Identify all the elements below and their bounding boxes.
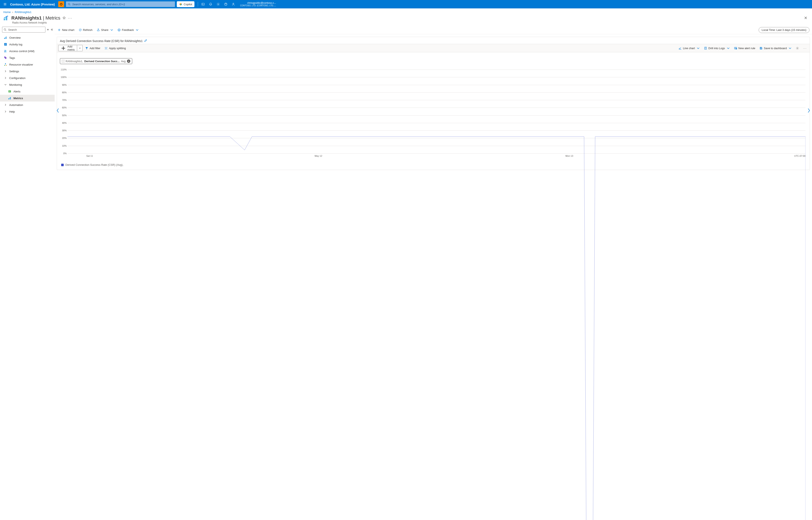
edit-title-icon[interactable] [144, 39, 147, 43]
add-metric-dropdown[interactable] [77, 45, 83, 51]
portal-brand[interactable]: Contoso, Ltd. Azure (Preview) [10, 2, 56, 6]
svg-rect-37 [9, 92, 10, 92]
tags-icon [4, 56, 7, 59]
svg-point-50 [105, 49, 106, 49]
chart-scroll-left-icon[interactable] [55, 105, 60, 115]
nav-activity-log[interactable]: Activity log [0, 41, 55, 48]
nav-help[interactable]: Help [0, 108, 55, 115]
nav-configuration[interactable]: Configuration [0, 75, 55, 81]
chevron-right-icon [4, 70, 7, 73]
svg-point-8 [180, 3, 181, 4]
nav-metrics[interactable]: Metrics [0, 95, 55, 102]
svg-rect-57 [761, 48, 762, 49]
nav-search-input[interactable] [2, 27, 45, 32]
svg-rect-10 [202, 3, 204, 5]
breadcrumb-current[interactable]: RANInsights1 [15, 10, 31, 14]
favorite-icon[interactable] [62, 16, 66, 20]
left-nav: Overview Activity log Access control (IA… [0, 26, 55, 520]
drill-logs-label: Drill into Logs [708, 47, 725, 50]
metric-pill-row: ⎍ RANInsights1, Derived Connection Succ.… [57, 52, 810, 66]
feedback-button[interactable]: Feedback [116, 27, 141, 33]
svg-point-51 [107, 49, 107, 49]
svg-rect-22 [4, 38, 5, 39]
share-button[interactable]: Share [95, 27, 115, 33]
user-tenant: CONTOSO, LTD. (CONTOSO, LTD..... [240, 4, 276, 7]
settings-icon[interactable] [215, 1, 222, 7]
page-subtitle: Radio Access Network Insights [0, 21, 804, 24]
nav-iam[interactable]: Access control (IAM) [0, 48, 55, 54]
preview-icon[interactable] [58, 1, 64, 7]
drill-logs-button[interactable]: Drill into Logs [702, 45, 732, 51]
time-range-button[interactable]: Local Time: Last 3 days (15 minutes) [759, 27, 810, 33]
metric-swatch-icon: ⎍ [62, 60, 64, 62]
nav-resource-visualizer[interactable]: Resource visualizer [0, 61, 55, 68]
svg-point-32 [5, 63, 6, 64]
global-search-input[interactable] [66, 1, 175, 7]
chart-more-icon[interactable]: ··· [802, 45, 808, 51]
more-icon[interactable]: ··· [68, 16, 72, 20]
y-tick-label: 90% [60, 84, 67, 86]
chart-plot-area[interactable]: 0%10%20%30%40%50%60%70%80%90%100%110%Sat… [68, 70, 806, 154]
help-icon[interactable] [222, 1, 229, 7]
add-metric-button[interactable]: Add metric [58, 45, 77, 51]
nav-tags-label: Tags [9, 56, 15, 59]
svg-point-49 [107, 47, 107, 48]
nav-sort-icon[interactable] [47, 28, 49, 32]
y-tick-label: 0% [60, 152, 67, 155]
nav-activity-label: Activity log [9, 43, 22, 46]
svg-rect-40 [10, 97, 11, 99]
user-account-button[interactable]: chrisqpublic@contoso.c... CONTOSO, LTD. … [238, 1, 277, 7]
svg-point-13 [233, 3, 234, 4]
page-body: Overview Activity log Access control (IA… [0, 26, 812, 520]
chart-type-button[interactable]: Line chart [677, 45, 702, 51]
nav-monitoring-label: Monitoring [9, 83, 22, 86]
metric-pill-remove-icon[interactable]: ✕ [127, 59, 130, 63]
nav-settings[interactable]: Settings [0, 68, 55, 75]
nav-collapse-icon[interactable] [50, 28, 53, 32]
y-tick-label: 40% [60, 122, 67, 124]
svg-point-30 [6, 50, 6, 51]
svg-rect-36 [9, 91, 10, 91]
new-chart-button[interactable]: New chart [56, 27, 76, 33]
menu-toggle-button[interactable] [2, 1, 8, 7]
overview-icon [4, 36, 7, 39]
chart-title: Avg Derived Connection Success Rate (CSR… [60, 39, 143, 43]
copilot-label: Copilot [184, 3, 192, 6]
nav-settings-label: Settings [9, 70, 19, 73]
notifications-icon[interactable] [207, 1, 214, 7]
apply-splitting-button[interactable]: Apply splitting [103, 45, 127, 51]
nav-search-field[interactable] [8, 28, 44, 31]
y-tick-label: 100% [60, 76, 67, 78]
nav-alerts[interactable]: Alerts [0, 88, 55, 95]
nav-monitoring[interactable]: Monitoring [0, 81, 55, 88]
breadcrumb-home[interactable]: Home [3, 10, 11, 14]
add-filter-button[interactable]: Add filter [83, 45, 102, 51]
svg-rect-39 [9, 98, 10, 99]
nav-tags[interactable]: Tags [0, 54, 55, 61]
close-blade-button[interactable] [804, 15, 809, 20]
top-bar: Contoso, Ltd. Azure (Preview) Copilot ch… [0, 0, 812, 8]
chart-settings-icon[interactable] [794, 45, 801, 51]
refresh-button[interactable]: Refresh [77, 27, 94, 33]
user-email: chrisqpublic@contoso.c... [240, 1, 276, 4]
nav-overview[interactable]: Overview [0, 34, 55, 41]
metrics-toolbar: New chart Refresh Share Feedback Local T… [55, 26, 812, 34]
add-metric-label: Add metric [68, 45, 75, 51]
svg-rect-28 [5, 45, 6, 45]
cloud-shell-icon[interactable] [200, 1, 206, 7]
new-alert-button[interactable]: New alert rule [732, 45, 757, 51]
metric-pill-scope: RANInsights1, [66, 60, 83, 63]
save-dashboard-button[interactable]: Save to dashboard [758, 45, 793, 51]
svg-point-43 [118, 29, 120, 31]
new-alert-label: New alert rule [738, 47, 755, 50]
nav-automation[interactable]: Automation [0, 102, 55, 108]
svg-point-29 [5, 50, 5, 51]
y-tick-label: 10% [60, 145, 67, 147]
chart-scroll-right-icon[interactable] [806, 105, 811, 115]
metric-pill[interactable]: ⎍ RANInsights1, Derived Connection Succ.… [60, 58, 132, 64]
copilot-button[interactable]: Copilot [177, 1, 195, 7]
feedback-top-icon[interactable] [230, 1, 237, 7]
svg-point-9 [180, 4, 181, 5]
global-search-field[interactable] [72, 2, 173, 6]
svg-point-31 [5, 57, 5, 57]
